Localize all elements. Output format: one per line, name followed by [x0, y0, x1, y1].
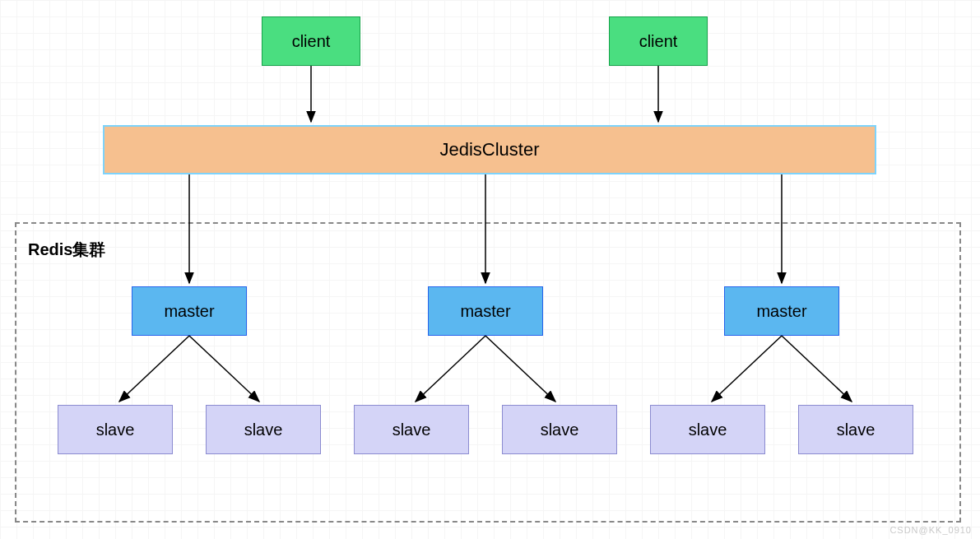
watermark: CSDN@KK_0910: [889, 525, 972, 535]
jedis-cluster-node: JedisCluster: [103, 125, 876, 174]
slave-node-3a: slave: [650, 405, 765, 454]
slave-node-3b: slave: [798, 405, 913, 454]
client-node-1: client: [262, 16, 360, 66]
client-node-2: client: [609, 16, 708, 66]
slave-label: slave: [392, 421, 431, 439]
redis-group-label: Redis集群: [28, 239, 105, 261]
slave-label: slave: [837, 421, 875, 439]
master-label: master: [164, 302, 214, 321]
slave-node-1b: slave: [206, 405, 321, 454]
master-label: master: [756, 302, 806, 321]
slave-node-2a: slave: [354, 405, 469, 454]
master-node-1: master: [132, 286, 247, 336]
client-label: client: [292, 32, 331, 51]
master-node-3: master: [724, 286, 839, 336]
slave-label: slave: [244, 421, 283, 439]
cluster-label: JedisCluster: [439, 139, 539, 160]
slave-label: slave: [689, 421, 727, 439]
slave-node-1a: slave: [58, 405, 173, 454]
master-label: master: [460, 302, 510, 321]
client-label: client: [639, 32, 678, 51]
master-node-2: master: [428, 286, 543, 336]
slave-label: slave: [96, 421, 135, 439]
redis-group-box: [15, 222, 961, 523]
slave-node-2b: slave: [502, 405, 617, 454]
slave-label: slave: [541, 421, 579, 439]
